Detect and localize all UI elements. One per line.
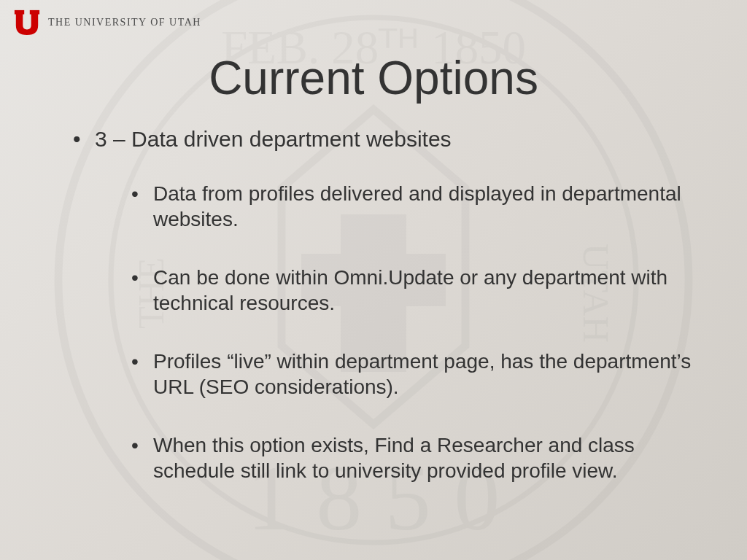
- main-point-text: 3 – Data driven department websites: [95, 127, 452, 151]
- slide-title: Current Options: [51, 51, 696, 105]
- sub-bullet-item: Can be done within Omni.Update or any de…: [131, 265, 696, 316]
- main-bullet-list: 3 – Data driven department websites Data…: [51, 127, 696, 483]
- slide-content: Current Options 3 – Data driven departme…: [0, 0, 747, 483]
- sub-bullet-item: Profiles “live” within department page, …: [131, 349, 696, 400]
- sub-bullet-item: Data from profiles delivered and display…: [131, 181, 696, 232]
- sub-bullet-item: When this option exists, Find a Research…: [131, 432, 696, 483]
- sub-bullet-list: Data from profiles delivered and display…: [95, 181, 696, 483]
- main-bullet-item: 3 – Data driven department websites Data…: [73, 127, 696, 483]
